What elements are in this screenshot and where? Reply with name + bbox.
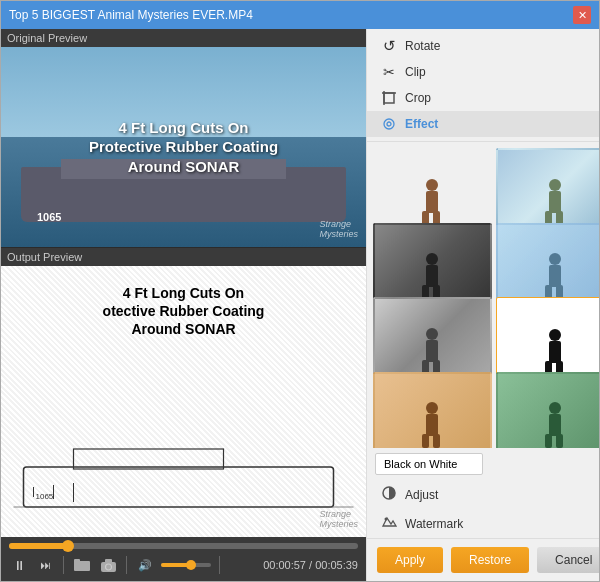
tool-crop[interactable]: Crop (367, 85, 599, 111)
volume-slider[interactable] (161, 563, 211, 567)
pause-button[interactable]: ⏸ (9, 555, 29, 575)
original-preview-image: 1065 4 Ft Long Cuts On Protective Rubber… (1, 47, 366, 247)
svg-point-15 (384, 119, 394, 129)
tool-clip[interactable]: ✂ Clip (367, 59, 599, 85)
restore-button[interactable]: Restore (451, 547, 529, 573)
thumb-img-3 (375, 225, 490, 306)
svg-rect-18 (426, 191, 438, 213)
output-section: 4 Ft Long Cuts On otective Rubber Coatin… (1, 266, 366, 581)
close-button[interactable]: ✕ (573, 6, 591, 24)
thumb-img-8 (498, 374, 599, 449)
watermark-original: StrangeMysteries (319, 219, 358, 239)
svg-point-17 (426, 179, 438, 191)
svg-rect-38 (549, 341, 561, 363)
adjust-icon (381, 485, 397, 504)
tool-rotate[interactable]: ↺ Rotate (367, 33, 599, 59)
overlay-line3: Around SONAR (128, 157, 240, 177)
svg-rect-0 (24, 467, 334, 507)
progress-bar-container[interactable] (9, 543, 358, 549)
effect-thumb-5[interactable] (373, 297, 492, 382)
svg-rect-11 (105, 559, 112, 563)
effect-dropdown-wrapper: Black on White Sepia Old Film Grayscale … (375, 453, 599, 475)
progress-thumb[interactable] (62, 540, 74, 552)
bottom-bar: Apply Restore Cancel (367, 538, 599, 581)
svg-rect-1 (74, 449, 224, 469)
sketch-overlay-text: 4 Ft Long Cuts On otective Rubber Coatin… (1, 276, 366, 347)
svg-rect-8 (74, 559, 80, 563)
svg-point-16 (387, 122, 391, 126)
svg-point-41 (426, 402, 438, 414)
apply-button[interactable]: Apply (377, 547, 443, 573)
effect-thumb-2[interactable] (496, 148, 599, 233)
overlay-text: 4 Ft Long Cuts On Protective Rubber Coat… (1, 47, 366, 247)
output-preview-image: 4 Ft Long Cuts On otective Rubber Coatin… (1, 266, 366, 537)
thumb-img-5 (375, 299, 490, 380)
tool-effect[interactable]: Effect (367, 111, 599, 137)
svg-rect-12 (384, 93, 394, 103)
svg-rect-26 (426, 265, 438, 287)
svg-rect-43 (422, 434, 429, 448)
effect-dropdown[interactable]: Black on White Sepia Old Film Grayscale (375, 453, 483, 475)
thumb-img-6 (497, 298, 599, 381)
effect-label: Effect (405, 117, 438, 131)
effect-thumb-4[interactable] (496, 223, 599, 308)
sketch-watermark: StrangeMysteries (319, 509, 358, 529)
effect-thumb-7[interactable] (373, 372, 492, 449)
watermark-icon (381, 514, 397, 533)
controls-row: ⏸ ⏭ (9, 555, 358, 575)
clip-icon: ✂ (381, 64, 397, 80)
svg-rect-48 (556, 434, 563, 448)
volume-thumb[interactable] (186, 560, 196, 570)
right-panel: ↺ Rotate ✂ Clip Crop (366, 29, 599, 581)
svg-rect-46 (549, 414, 561, 436)
sketch-line3: Around SONAR (131, 321, 235, 337)
sketch-line1: 4 Ft Long Cuts On (123, 285, 244, 301)
svg-rect-42 (426, 414, 438, 436)
controls-bar: ⏸ ⏭ (1, 537, 366, 581)
thumb-img-1 (375, 150, 490, 231)
time-current: 00:00:57 (263, 559, 306, 571)
svg-rect-34 (426, 340, 438, 362)
watermark-item[interactable]: Watermark (367, 509, 599, 538)
effect-thumb-3[interactable] (373, 223, 492, 308)
svg-rect-22 (549, 191, 561, 213)
effect-thumb-6-selected[interactable] (496, 297, 599, 382)
svg-point-29 (549, 253, 561, 265)
effect-icon (381, 116, 397, 132)
svg-point-33 (426, 328, 438, 340)
svg-point-21 (549, 179, 561, 191)
separator-1 (63, 556, 64, 574)
svg-point-37 (549, 329, 561, 341)
volume-icon[interactable]: 🔊 (135, 555, 155, 575)
thumb-img-4 (498, 225, 599, 306)
crop-icon (381, 90, 397, 106)
effects-grid (367, 142, 599, 448)
svg-point-25 (426, 253, 438, 265)
output-preview: 4 Ft Long Cuts On otective Rubber Coatin… (1, 266, 366, 537)
overlay-line2: Protective Rubber Coating (89, 137, 278, 157)
progress-bar-fill (9, 543, 68, 549)
main-window: Top 5 BIGGEST Animal Mysteries EVER.MP4 … (0, 0, 600, 582)
left-panel: Original Preview 1065 4 Ft Long Cuts On … (1, 29, 366, 581)
time-total: 00:05:39 (315, 559, 358, 571)
crop-label: Crop (405, 91, 431, 105)
sketch-line2: otective Rubber Coating (103, 303, 265, 319)
rotate-icon: ↺ (381, 38, 397, 54)
svg-rect-30 (549, 265, 561, 287)
open-folder-button[interactable] (72, 555, 92, 575)
output-preview-label: Output Preview (1, 248, 366, 266)
sketch-ship-svg: 1065 (11, 437, 356, 517)
original-preview-label: Original Preview (1, 29, 366, 47)
svg-rect-47 (545, 434, 552, 448)
window-title: Top 5 BIGGEST Animal Mysteries EVER.MP4 (9, 8, 253, 22)
adjust-item[interactable]: Adjust (367, 480, 599, 509)
next-frame-button[interactable]: ⏭ (35, 555, 55, 575)
effect-thumb-1[interactable] (373, 148, 492, 233)
titlebar: Top 5 BIGGEST Animal Mysteries EVER.MP4 … (1, 1, 599, 29)
tools-list: ↺ Rotate ✂ Clip Crop (367, 29, 599, 142)
effect-thumb-8[interactable] (496, 372, 599, 449)
cancel-button[interactable]: Cancel (537, 547, 599, 573)
adjust-label: Adjust (405, 488, 438, 502)
snapshot-button[interactable] (98, 555, 118, 575)
thumb-img-7 (375, 374, 490, 449)
